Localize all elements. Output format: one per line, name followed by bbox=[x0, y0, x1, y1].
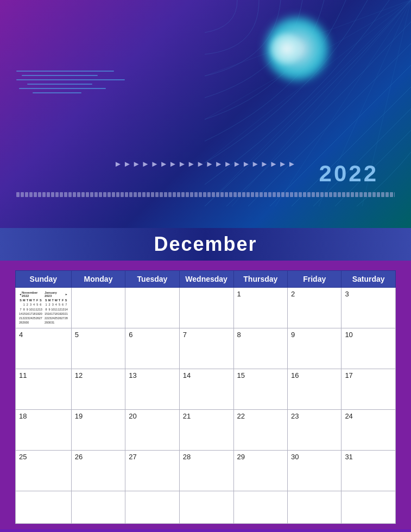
mini-cal-day-header: S bbox=[39, 298, 42, 302]
calendar-header-row: Sunday Monday Tuesday Wednesday Thursday… bbox=[16, 271, 396, 288]
month-strip: December bbox=[0, 228, 411, 261]
mini-cal-date: 7 bbox=[65, 302, 68, 307]
calendar-week-row: 25262728293031 bbox=[16, 451, 396, 491]
col-saturday: Saturday bbox=[342, 271, 396, 288]
day-number: 24 bbox=[345, 412, 352, 420]
day-number: 20 bbox=[129, 412, 136, 420]
day-number: 30 bbox=[291, 453, 299, 461]
calendar-day-cell bbox=[125, 288, 180, 328]
year-label: 2022 bbox=[319, 161, 378, 187]
calendar-day-cell: ◄November 2022SMTWTFS1234567891011121314… bbox=[16, 288, 72, 328]
mini-cal-date: 6 bbox=[39, 302, 42, 307]
calendar-table: Sunday Monday Tuesday Wednesday Thursday… bbox=[15, 270, 396, 524]
day-number: 22 bbox=[237, 412, 245, 420]
day-number: 26 bbox=[75, 453, 83, 461]
blue-lines-decoration bbox=[16, 71, 125, 97]
header-background: ►►►►►►►►►►►►►►►►►►►► // We'll generate d… bbox=[0, 0, 411, 228]
day-number: 16 bbox=[291, 371, 299, 379]
day-number: 21 bbox=[183, 412, 191, 420]
mini-cal-date bbox=[65, 320, 68, 325]
calendar-day-cell: 21 bbox=[179, 410, 233, 451]
calendar-day-cell: 2 bbox=[288, 288, 342, 328]
calendar-day-cell: 20 bbox=[125, 410, 180, 451]
day-number: 10 bbox=[345, 331, 352, 339]
calendar-day-cell: 29 bbox=[233, 451, 288, 491]
calendar-day-cell: 3 bbox=[342, 288, 396, 328]
mini-calendar: January 2023►SMTWTFS12345678910111213141… bbox=[45, 291, 68, 325]
calendar-day-cell bbox=[71, 288, 125, 328]
calendar-day-cell: 11 bbox=[16, 369, 72, 410]
day-number: 31 bbox=[345, 453, 352, 461]
day-number: 13 bbox=[129, 371, 136, 379]
calendar-day-cell: 1 bbox=[233, 288, 288, 328]
calendar-day-cell: 9 bbox=[288, 328, 342, 369]
calendar-day-cell: 7 bbox=[179, 328, 233, 369]
calendar-day-cell bbox=[125, 491, 180, 524]
mini-calendars: ◄November 2022SMTWTFS1234567891011121314… bbox=[19, 291, 68, 325]
calendar-day-cell: 31 bbox=[342, 451, 396, 491]
day-number: 14 bbox=[183, 371, 191, 379]
calendar-day-cell: 28 bbox=[179, 451, 233, 491]
calendar-day-cell: 22 bbox=[233, 410, 288, 451]
calendar-day-cell: 18 bbox=[16, 410, 72, 451]
calendar-week-row bbox=[16, 491, 396, 524]
glow-orb-secondary bbox=[270, 33, 302, 65]
day-number: 23 bbox=[291, 412, 299, 420]
calendar-day-cell: 30 bbox=[288, 451, 342, 491]
day-number: 28 bbox=[183, 453, 191, 461]
day-number: 27 bbox=[129, 453, 136, 461]
day-number: 25 bbox=[19, 453, 27, 461]
calendar-day-cell: 5 bbox=[71, 328, 125, 369]
mini-cal-date bbox=[36, 320, 39, 325]
calendar-day-cell bbox=[71, 491, 125, 524]
mini-cal-date: 28 bbox=[65, 316, 68, 320]
mini-cal-date: 20 bbox=[39, 312, 42, 316]
col-tuesday: Tuesday bbox=[125, 271, 180, 288]
calendar-day-cell: 10 bbox=[342, 328, 396, 369]
mini-cal-title: January 2023 bbox=[45, 291, 65, 297]
day-number: 29 bbox=[237, 453, 245, 461]
calendar-day-cell: 26 bbox=[71, 451, 125, 491]
calendar-day-cell: 6 bbox=[125, 328, 180, 369]
day-number: 15 bbox=[237, 371, 245, 379]
day-number: 8 bbox=[237, 331, 241, 339]
mini-cal-next-arrow[interactable]: ► bbox=[65, 293, 68, 296]
calendar-day-cell bbox=[288, 491, 342, 524]
day-number: 4 bbox=[19, 331, 23, 339]
mini-cal-date: 21 bbox=[65, 312, 68, 316]
calendar-day-cell: 12 bbox=[71, 369, 125, 410]
calendar-day-cell: 25 bbox=[16, 451, 72, 491]
calendar-day-cell bbox=[233, 491, 288, 524]
calendar-week-row: 11121314151617 bbox=[16, 369, 396, 410]
calendar-day-cell: 8 bbox=[233, 328, 288, 369]
calendar-day-cell: 14 bbox=[179, 369, 233, 410]
calendar-area: Sunday Monday Tuesday Wednesday Thursday… bbox=[0, 261, 411, 529]
day-number: 11 bbox=[19, 371, 27, 379]
day-number: 7 bbox=[183, 331, 187, 339]
mini-cal-date: 13 bbox=[39, 307, 42, 312]
calendar-day-cell: 24 bbox=[342, 410, 396, 451]
col-monday: Monday bbox=[71, 271, 125, 288]
calendar-day-cell: 16 bbox=[288, 369, 342, 410]
col-thursday: Thursday bbox=[233, 271, 288, 288]
calendar-day-cell: 17 bbox=[342, 369, 396, 410]
mini-calendar: ◄November 2022SMTWTFS1234567891011121314… bbox=[19, 291, 42, 325]
calendar-day-cell bbox=[179, 288, 233, 328]
page-wrapper: ►►►►►►►►►►►►►►►►►►►► // We'll generate d… bbox=[0, 0, 411, 532]
calendar-day-cell bbox=[16, 491, 72, 524]
day-number: 12 bbox=[75, 371, 83, 379]
month-title: December bbox=[154, 233, 257, 256]
day-number: 18 bbox=[19, 412, 27, 420]
calendar-day-cell: 19 bbox=[71, 410, 125, 451]
day-number: 2 bbox=[291, 290, 295, 298]
chevrons-decoration: ►►►►►►►►►►►►►►►►►►►► bbox=[114, 159, 297, 168]
day-number: 19 bbox=[75, 412, 83, 420]
mini-cal-date: 14 bbox=[65, 307, 68, 312]
calendar-day-cell: 13 bbox=[125, 369, 180, 410]
calendar-day-cell: 15 bbox=[233, 369, 288, 410]
day-number: 6 bbox=[129, 331, 132, 339]
calendar-day-cell bbox=[179, 491, 233, 524]
calendar-day-cell: 4 bbox=[16, 328, 72, 369]
mini-cal-date: 27 bbox=[39, 316, 42, 320]
col-friday: Friday bbox=[288, 271, 342, 288]
